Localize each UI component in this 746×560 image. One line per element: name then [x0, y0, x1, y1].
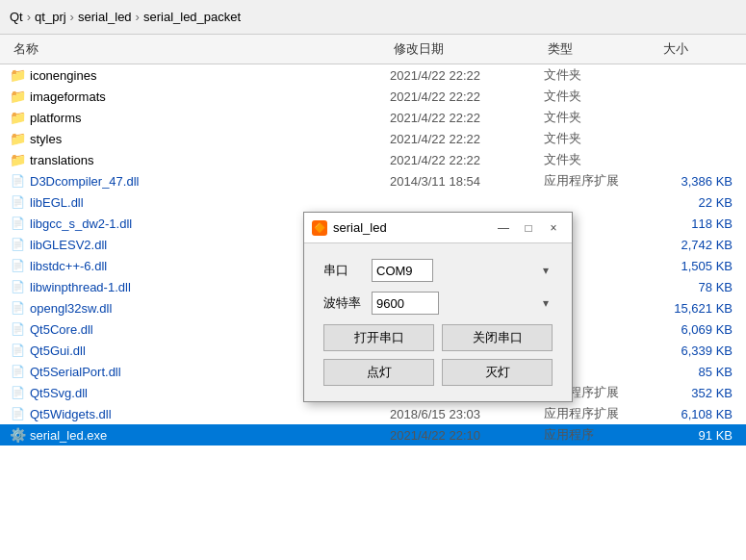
folder-icon: 📁	[10, 131, 25, 146]
file-name-cell: ⚙️ serial_led.exe	[10, 427, 390, 443]
file-date: 2021/4/22 22:22	[390, 111, 544, 125]
header-size[interactable]: 大小	[659, 38, 736, 60]
dll-icon: 📄	[10, 364, 25, 379]
file-name-cell: 📁 iconengines	[10, 67, 390, 83]
dialog-buttons-row1: 打开串口 关闭串口	[323, 324, 553, 351]
dll-icon: 📄	[10, 385, 25, 400]
file-name-cell: 📁 platforms	[10, 110, 390, 125]
baud-rate-row: 波特率 9600115200576003840019200	[323, 292, 553, 315]
file-name: Qt5Svg.dll	[30, 386, 88, 400]
file-type: 文件夹	[544, 66, 659, 84]
header-date[interactable]: 修改日期	[390, 38, 544, 60]
file-name: styles	[30, 132, 62, 146]
serial-led-dialog: 🔶 serial_led — □ × 串口 COM9COM1COM2COM3 波…	[303, 212, 573, 402]
dialog-body: 串口 COM9COM1COM2COM3 波特率 9600115200576003…	[304, 243, 572, 401]
file-name: iconengines	[30, 68, 96, 83]
table-row[interactable]: 📁 styles 2021/4/22 22:22 文件夹	[0, 128, 746, 149]
file-name-cell: 📁 translations	[10, 152, 390, 167]
file-size: 1,505 KB	[659, 259, 736, 273]
breadcrumb-sep-3: ›	[136, 10, 140, 24]
file-name-cell: 📄 Qt5Widgets.dll	[10, 406, 390, 421]
file-name: Qt5Widgets.dll	[30, 407, 112, 421]
file-date: 2021/4/22 22:22	[390, 68, 544, 83]
file-type: 应用程序	[544, 426, 659, 444]
dialog-app-icon: 🔶	[312, 220, 327, 236]
file-size: 2,742 KB	[659, 238, 736, 252]
dll-icon: 📄	[10, 279, 25, 294]
file-size: 3,386 KB	[659, 174, 736, 189]
folder-icon: 📁	[10, 152, 25, 167]
file-date: 2021/4/22 22:10	[390, 428, 544, 443]
file-type: 文件夹	[544, 130, 659, 147]
dialog-minimize-button[interactable]: —	[493, 217, 514, 239]
file-name-cell: 📄 libEGL.dll	[10, 194, 390, 210]
file-size: 6,339 KB	[659, 344, 736, 358]
file-size: 15,621 KB	[659, 301, 736, 316]
file-size: 352 KB	[659, 386, 736, 400]
breadcrumb-serial-led-packet[interactable]: serial_led_packet	[143, 10, 241, 24]
file-name-cell: 📁 styles	[10, 131, 390, 146]
file-name: translations	[30, 153, 93, 167]
breadcrumb-qt[interactable]: Qt	[10, 10, 23, 24]
light-on-button[interactable]: 点灯	[323, 359, 434, 386]
header-name[interactable]: 名称	[10, 38, 390, 60]
file-size: 6,069 KB	[659, 322, 736, 337]
dll-icon: 📄	[10, 194, 25, 210]
file-name: imageformats	[30, 89, 106, 104]
dialog-restore-button[interactable]: □	[518, 217, 539, 239]
file-name: opengl32sw.dll	[30, 301, 112, 316]
dialog-titlebar: 🔶 serial_led — □ ×	[304, 213, 572, 243]
close-serial-button[interactable]: 关闭串口	[442, 324, 553, 351]
file-type: 文件夹	[544, 88, 659, 105]
breadcrumb-sep-1: ›	[27, 10, 31, 24]
dll-icon: 📄	[10, 300, 25, 316]
file-name: serial_led.exe	[30, 428, 107, 443]
serial-port-select-wrapper: COM9COM1COM2COM3	[372, 259, 553, 282]
baud-rate-select[interactable]: 9600115200576003840019200	[372, 292, 439, 315]
folder-icon: 📁	[10, 89, 25, 104]
open-serial-button[interactable]: 打开串口	[323, 324, 434, 351]
dll-icon: 📄	[10, 216, 25, 231]
file-name: Qt5Gui.dll	[30, 344, 86, 358]
file-name-cell: 📄 D3Dcompiler_47.dll	[10, 173, 390, 189]
header-type[interactable]: 类型	[544, 38, 659, 60]
file-name-cell: 📁 imageformats	[10, 89, 390, 104]
file-date: 2014/3/11 18:54	[390, 174, 544, 189]
dll-icon: 📄	[10, 406, 25, 421]
file-name: libGLESV2.dll	[30, 238, 107, 252]
file-list-header: 名称 修改日期 类型 大小	[0, 35, 746, 64]
file-type: 文件夹	[544, 109, 659, 126]
table-row[interactable]: 📄 libEGL.dll 22 KB	[0, 191, 746, 213]
serial-port-select[interactable]: COM9COM1COM2COM3	[372, 259, 433, 282]
table-row[interactable]: 📁 imageformats 2021/4/22 22:22 文件夹	[0, 86, 746, 107]
serial-port-label: 串口	[323, 262, 372, 279]
dialog-window-controls: — □ ×	[493, 217, 564, 239]
dll-icon: 📄	[10, 258, 25, 273]
file-name: libgcc_s_dw2-1.dll	[30, 216, 132, 231]
table-row[interactable]: 📄 D3Dcompiler_47.dll 2014/3/11 18:54 应用程…	[0, 170, 746, 191]
file-size: 6,108 KB	[659, 407, 736, 421]
baud-rate-label: 波特率	[323, 294, 372, 312]
dialog-close-button[interactable]: ×	[543, 217, 564, 239]
table-row[interactable]: ⚙️ serial_led.exe 2021/4/22 22:10 应用程序 9…	[0, 424, 746, 445]
table-row[interactable]: 📁 platforms 2021/4/22 22:22 文件夹	[0, 107, 746, 128]
file-name: libwinpthread-1.dll	[30, 280, 131, 294]
dialog-title-left: 🔶 serial_led	[312, 220, 387, 236]
file-name: Qt5SerialPort.dll	[30, 365, 121, 379]
light-off-button[interactable]: 灭灯	[442, 359, 553, 386]
table-row[interactable]: 📁 iconengines 2021/4/22 22:22 文件夹	[0, 64, 746, 86]
breadcrumb: Qt › qt_prj › serial_led › serial_led_pa…	[0, 0, 746, 35]
file-name: platforms	[30, 111, 81, 125]
file-name: libstdc++-6.dll	[30, 259, 107, 273]
file-name: libEGL.dll	[30, 195, 84, 210]
breadcrumb-qt-prj[interactable]: qt_prj	[35, 10, 66, 24]
dll-icon: 📄	[10, 343, 25, 358]
dll-icon: 📄	[10, 173, 25, 189]
file-type: 文件夹	[544, 151, 659, 168]
table-row[interactable]: 📁 translations 2021/4/22 22:22 文件夹	[0, 149, 746, 170]
exe-icon: ⚙️	[10, 427, 25, 443]
file-date: 2021/4/22 22:22	[390, 89, 544, 104]
breadcrumb-serial-led[interactable]: serial_led	[78, 10, 132, 24]
table-row[interactable]: 📄 Qt5Widgets.dll 2018/6/15 23:03 应用程序扩展 …	[0, 403, 746, 424]
dll-icon: 📄	[10, 237, 25, 252]
